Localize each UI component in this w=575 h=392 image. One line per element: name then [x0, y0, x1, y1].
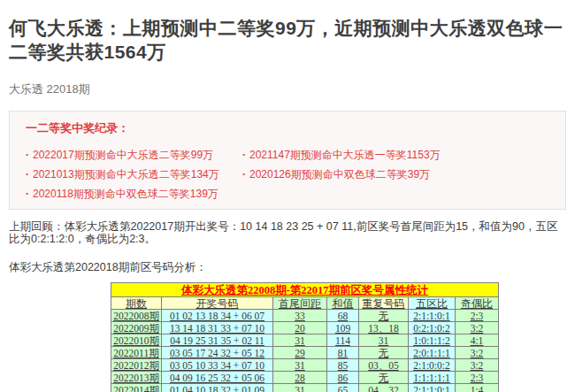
table-cell: 68 — [327, 310, 359, 322]
table-cell: 1:0:1:1:2 — [409, 334, 456, 347]
table-cell: 2022011期 — [111, 347, 162, 359]
record-item-label: 2020118期预测命中双色球二等奖139万 — [33, 188, 218, 200]
table-cell: 2022012期 — [111, 359, 162, 372]
table-cell: 04、32 — [359, 384, 409, 392]
table-cell: 114 — [327, 334, 359, 347]
table-cell: 31 — [273, 384, 327, 392]
column-header: 重复号码 — [359, 297, 409, 310]
table-cell: 1:1:1:1:1 — [409, 372, 456, 384]
bullet-icon: · — [242, 149, 246, 161]
table-cell: 2:1:1:0:1 — [409, 310, 456, 322]
table-cell: 2:0:1:1:1 — [409, 347, 456, 359]
table-cell: 20 — [273, 322, 327, 334]
bullet-icon: · — [242, 168, 246, 181]
table-row: 2022013期04 09 16 25 32 + 05 062886无1:1:1… — [111, 372, 499, 384]
table-cell: 28 — [273, 372, 327, 384]
table-cell: 4:1 — [456, 334, 499, 347]
article: 何飞大乐透：上期预测中二等奖99万，近期预测中大乐透双色球一二等奖共获1564万… — [0, 16, 575, 392]
table-cell: 2:3 — [456, 310, 499, 322]
table-cell: 无 — [359, 372, 409, 384]
table-cell: 2:3 — [456, 372, 499, 384]
table-cell: 86 — [327, 372, 359, 384]
record-item-label: 2022017期预测命中大乐透二等奖99万 — [33, 149, 213, 161]
prize-record-box: 一二等奖中奖纪录： ·2022017期预测命中大乐透二等奖99万·2021013… — [9, 111, 566, 210]
table-cell: 3:2 — [456, 359, 499, 372]
front-zone-stats-table: 体彩大乐透第22008期-第22017期前区奖号属性统计期数开奖号码首尾间距和值… — [111, 282, 499, 392]
table-cell: 2022008期 — [111, 310, 162, 322]
column-header: 首尾间距 — [273, 297, 327, 310]
table-cell: 1:4 — [456, 384, 499, 392]
table-cell: 13 14 18 31 33 + 07 10 — [162, 322, 273, 334]
table-cell: 0:2:1:0:2 — [409, 322, 456, 334]
table-cell: 04 09 16 25 32 + 05 06 — [162, 372, 273, 384]
table-cell: 85 — [327, 359, 359, 372]
bullet-icon: · — [26, 168, 29, 181]
table-cell: 2022009期 — [111, 322, 162, 334]
table-row: 2022012期03 05 10 33 34 + 07 10318503、052… — [111, 359, 499, 372]
table-row: 2022010期04 19 25 31 35 + 02 1131114311:0… — [111, 334, 499, 347]
column-header: 和值 — [327, 297, 359, 310]
record-list-left: ·2022017期预测命中大乐透二等奖99万·2021013期预测命中大乐透二等… — [26, 142, 242, 200]
bullet-icon: · — [26, 149, 29, 161]
table-title: 体彩大乐透第22008期-第22017期前区奖号属性统计 — [111, 283, 499, 297]
table-cell: 2022010期 — [111, 334, 162, 347]
article-meta: 大乐透 22018期 — [9, 81, 566, 97]
table-cell: 2:1:0:0:2 — [409, 359, 456, 372]
bullet-icon: · — [26, 188, 29, 200]
table-cell: 03 05 10 33 34 + 07 10 — [162, 359, 273, 372]
table-cell: 33 — [273, 310, 327, 322]
table-row: 2022008期01 02 13 18 34 + 06 073368无2:1:1… — [111, 310, 499, 322]
table-cell: 13、18 — [359, 322, 409, 334]
last-draw-review: 上期回顾：体彩大乐透第2022017期开出奖号：10 14 18 23 25 +… — [9, 220, 566, 245]
table-cell: 01 02 13 18 34 + 06 07 — [162, 310, 273, 322]
record-item: ·2022017期预测命中大乐透二等奖99万 — [26, 150, 242, 161]
record-item-label: 2021013期预测命中大乐透二等奖134万 — [33, 168, 219, 181]
table-cell: 2022013期 — [111, 372, 162, 384]
table-cell: 03 05 17 24 32 + 05 12 — [162, 347, 273, 359]
record-item: ·2020126期预测命中双色球二等奖39万 — [242, 169, 441, 181]
table-cell: 03、05 — [359, 359, 409, 372]
record-item: ·2021013期预测命中大乐透二等奖134万 — [26, 169, 242, 181]
table-cell: 81 — [327, 347, 359, 359]
table-cell: 04 19 25 31 35 + 02 11 — [162, 334, 273, 347]
record-item: ·2021147期预测命中大乐透一等奖1153万 — [242, 150, 441, 161]
table-cell: 无 — [359, 310, 409, 322]
record-item-label: 2021147期预测命中大乐透一等奖1153万 — [249, 149, 441, 161]
table-row: 2022009期13 14 18 31 33 + 07 102010913、18… — [111, 322, 499, 334]
table-cell: 31 — [273, 334, 327, 347]
table-cell: 无 — [359, 347, 409, 359]
analysis-intro: 体彩大乐透第2022018期前区号码分析： — [9, 261, 566, 273]
record-item: ·2020118期预测命中双色球二等奖139万 — [26, 188, 242, 200]
column-header: 开奖号码 — [162, 297, 273, 310]
table-cell: 01 04 10 18 32 + 01 09 — [162, 384, 273, 392]
table-row: 2022011期03 05 17 24 32 + 05 122981无2:0:1… — [111, 347, 499, 359]
table-cell: 31 — [359, 334, 409, 347]
table-cell: 3:2 — [456, 322, 499, 334]
column-header: 期数 — [111, 297, 162, 310]
table-cell: 31 — [273, 359, 327, 372]
record-item-label: 2020126期预测命中双色球二等奖39万 — [249, 168, 430, 181]
table-cell: 65 — [327, 384, 359, 392]
table-cell: 3:2 — [456, 347, 499, 359]
table-header-row: 期数开奖号码首尾间距和值重复号码五区比奇偶比 — [111, 297, 499, 310]
column-header: 奇偶比 — [456, 297, 499, 310]
table-cell: 2:1:1:0:1 — [409, 384, 456, 392]
table-cell: 2022014期 — [111, 384, 162, 392]
column-header: 五区比 — [409, 297, 456, 310]
page-title: 何飞大乐透：上期预测中二等奖99万，近期预测中大乐透双色球一二等奖共获1564万 — [9, 16, 566, 64]
table-cell: 109 — [327, 322, 359, 334]
record-columns: ·2022017期预测命中大乐透二等奖99万·2021013期预测命中大乐透二等… — [26, 142, 549, 200]
record-list-right: ·2021147期预测命中大乐透一等奖1153万·2020126期预测命中双色球… — [242, 142, 441, 200]
record-heading: 一二等奖中奖纪录： — [26, 122, 549, 134]
table-cell: 29 — [273, 347, 327, 359]
table-row: 2022014期01 04 10 18 32 + 01 09316504、322… — [111, 384, 499, 392]
